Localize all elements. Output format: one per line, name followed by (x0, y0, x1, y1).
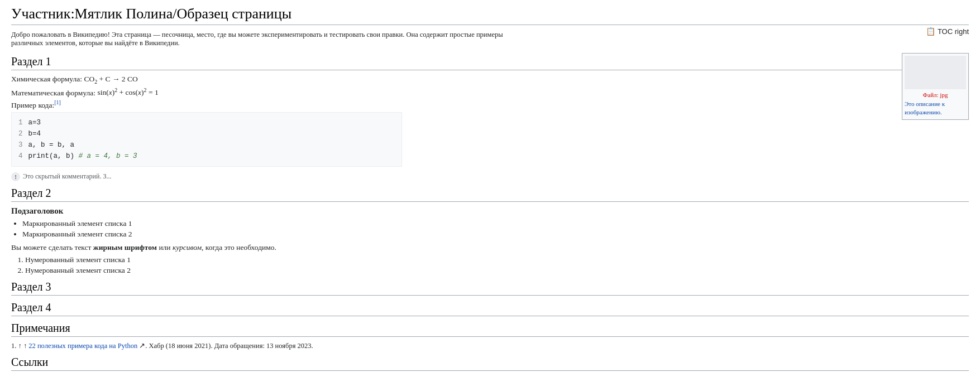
image-placeholder (905, 56, 966, 89)
chemical-formula-value: CO2 + C → 2 CO (84, 75, 137, 83)
book-icon: 📋 (926, 27, 935, 36)
bullet-item-2: Маркированный элемент списка 2 (22, 230, 969, 239)
bullet-list: Маркированный элемент списка 1 Маркирова… (22, 219, 969, 239)
chemical-formula-label: Химическая формула: (11, 75, 82, 83)
intro-text: Добро пожаловать в Википедию! Эта страни… (11, 31, 514, 47)
numbered-item-1: Нумерованный элемент списка 1 (25, 255, 969, 264)
page-wrapper: Участник:Мятлик Полина/Образец страницы … (0, 0, 980, 372)
ref-link[interactable]: 22 полезных примера кода на Python (28, 342, 137, 350)
section4-heading: Раздел 4 (11, 301, 969, 316)
code-line-4: 4print(a, b) # a = 4, b = 3 (18, 151, 395, 162)
math-formula-value: sin(x)2 + cos(x)2 = 1 (97, 88, 158, 96)
numbered-list: Нумерованный элемент списка 1 Нумерованн… (25, 255, 969, 275)
links-heading: Ссылки (11, 356, 969, 371)
bold-text: жирным шрифтом (93, 243, 157, 252)
toc-right-label: TOC right (938, 27, 969, 36)
references-heading: Примечания (11, 322, 969, 337)
ref-source: ↗. Хабр (18 июня 2021). Дата обращения: … (139, 342, 313, 350)
chemical-formula-line: Химическая формула: CO2 + C → 2 CO (11, 75, 969, 85)
ref-num: 1. ↑ ↑ (11, 342, 28, 350)
section2-heading: Раздел 2 (11, 187, 969, 202)
math-formula-label: Математическая формула: (11, 88, 95, 96)
page-title: Участник:Мятлик Полина/Образец страницы (11, 6, 969, 25)
section1-heading: Раздел 1 (11, 55, 969, 70)
code-line-2: 2b=4 (18, 128, 395, 139)
toc-right-button[interactable]: 📋 TOC right (926, 27, 969, 36)
hidden-comment-text: Это скрытый комментарий. З... (23, 172, 111, 181)
section3-heading: Раздел 3 (11, 281, 969, 296)
info-icon: ! (11, 172, 20, 181)
hidden-comment: ! Это скрытый комментарий. З... (11, 172, 969, 181)
italic-text: курсивом (173, 243, 202, 252)
references-section: 1. ↑ ↑ 22 полезных примера кода на Pytho… (11, 341, 969, 350)
math-formula-line: Математическая формула: sin(x)2 + cos(x)… (11, 87, 969, 98)
code-line-1: 1a=3 (18, 117, 395, 128)
numbered-item-2: Нумерованный элемент списка 2 (25, 266, 969, 275)
section2-text: Вы можете сделать текст жирным шрифтом и… (11, 243, 969, 252)
reference-item-1: 1. ↑ ↑ 22 полезных примера кода на Pytho… (11, 341, 969, 350)
image-box: Файл: jpg Это описание к изображению. (902, 53, 969, 120)
code-label: Пример кода:[1] (11, 99, 969, 110)
bullet-item-1: Маркированный элемент списка 1 (22, 219, 969, 228)
subsection-heading: Подзаголовок (11, 206, 969, 216)
image-filename[interactable]: Файл: jpg (905, 91, 966, 98)
code-block: 1a=3 2b=4 3a, b = b, a 4print(a, b) # a … (11, 112, 402, 167)
image-caption: Это описание к изображению. (905, 100, 945, 115)
code-ref[interactable]: [1] (54, 99, 61, 105)
code-line-3: 3a, b = b, a (18, 139, 395, 151)
